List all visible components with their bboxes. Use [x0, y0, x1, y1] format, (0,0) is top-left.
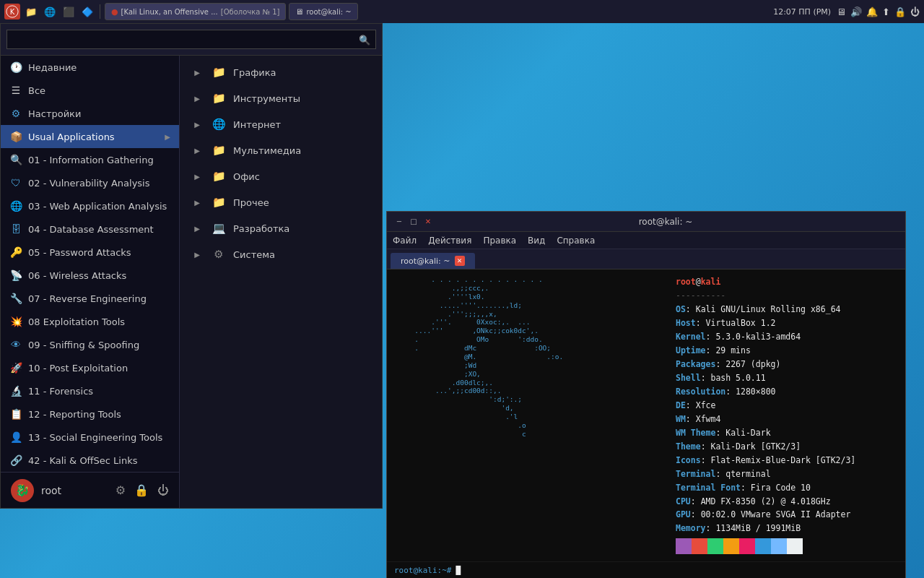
terminal-icon[interactable]: ⬛: [61, 4, 77, 20]
submenu-item-tools[interactable]: ▶ 📁 Инструменты: [180, 85, 382, 111]
terminal-menu-actions[interactable]: Действия: [428, 236, 471, 246]
info-terminal-font: Terminal Font: Fira Code 10: [676, 481, 898, 495]
menu-item-vuln[interactable]: 🛡 02 - Vulnerability Analysis: [1, 171, 179, 194]
swatch-green: [707, 538, 723, 554]
menu-item-social[interactable]: 👤 13 - Social Engineering Tools: [1, 426, 179, 449]
exploit-icon: 💥: [9, 315, 22, 328]
svg-text:K: K: [10, 8, 15, 16]
notification-icon[interactable]: 🔔: [866, 7, 878, 17]
menu-item-webapp-label: 03 - Web Application Analysis: [28, 201, 167, 212]
terminal-ascii-art: . . . . . . . . . . . . . . .,;;ccc,. .'…: [387, 269, 668, 561]
info-resolution: Resolution: 924×578: [676, 385, 898, 399]
info-user: root: [676, 277, 696, 287]
info-host: Host: VirtualBox 1.2: [676, 316, 898, 330]
terminal-window: − □ ✕ root@kali: ~ Файл Действия Правка …: [386, 211, 906, 578]
browser-icon[interactable]: 🌐: [42, 4, 58, 20]
monitor-icon[interactable]: 🖥: [837, 7, 846, 17]
menu-item-sniff[interactable]: 👁 09 - Sniffing & Spoofing: [1, 333, 179, 356]
submenu-arrow-other: ▶: [190, 195, 204, 210]
menu-item-reverse[interactable]: 🔧 07 - Reverse Engineering: [1, 287, 179, 310]
menu-item-pass[interactable]: 🔑 05 - Password Attacks: [1, 241, 179, 264]
taskbar-term-icon: 🖥: [295, 7, 303, 17]
menu-item-settings[interactable]: ⚙ Настройки: [1, 102, 179, 125]
terminal-menu-view[interactable]: Вид: [528, 236, 545, 246]
taskbar: K 📁 🌐 ⬛ 🔷 ● [Kali Linux, an Offensive ..…: [0, 0, 924, 23]
swatch-blue: [755, 538, 771, 554]
menu-item-recent[interactable]: 🕐 Недавние: [1, 56, 179, 79]
taskbar-btn-terminal[interactable]: 🖥 root@kali: ~: [289, 3, 357, 20]
user-lock-icon[interactable]: 🔒: [134, 483, 149, 497]
lock-icon[interactable]: 🔒: [894, 7, 906, 17]
color-palette: [676, 538, 898, 554]
submenu-arrow-system: ▶: [190, 247, 204, 262]
terminal-info: root@kali ---------- OS: Kali GNU/Linux …: [668, 269, 905, 561]
user-power-icon[interactable]: ⏻: [157, 483, 169, 497]
taskbar-term-label: root@kali: ~: [306, 8, 351, 16]
submenu-arrow-media: ▶: [190, 143, 204, 158]
internet-icon: 🌐: [212, 117, 226, 131]
menu-item-exploit-label: 08 Exploitation Tools: [28, 316, 125, 327]
terminal-maximize-btn[interactable]: □: [409, 217, 419, 227]
db-icon: 🗄: [9, 223, 22, 236]
info-icon: 🔍: [9, 153, 22, 166]
store-icon[interactable]: 🔷: [79, 4, 95, 20]
info-wm-theme: WM Theme: Kali-Dark: [676, 426, 898, 440]
submenu-item-other[interactable]: ▶ 📁 Прочее: [180, 189, 382, 215]
info-cpu: CPU: AMD FX-8350 (2) @ 4.018GHz: [676, 495, 898, 509]
network-icon[interactable]: ⬆: [882, 7, 890, 17]
taskbar-kali-sub: [Оболочка № 1]: [221, 8, 280, 16]
terminal-tab-1[interactable]: root@kali: ~ ✕: [391, 253, 475, 269]
swatch-pink: [739, 538, 755, 554]
kali-icon: 🔗: [9, 454, 22, 467]
menu-item-exploit[interactable]: 💥 08 Exploitation Tools: [1, 310, 179, 333]
submenu-item-internet[interactable]: ▶ 🌐 Интернет: [180, 111, 382, 137]
submenu-arrow-internet: ▶: [190, 117, 204, 131]
info-shell: Shell: bash 5.0.11: [676, 371, 898, 385]
menu-item-wireless[interactable]: 📡 06 - Wireless Attacks: [1, 264, 179, 287]
terminal-menu-file[interactable]: Файл: [393, 236, 417, 246]
power-icon[interactable]: ⏻: [910, 7, 920, 17]
submenu-item-office[interactable]: ▶ 📁 Офис: [180, 163, 382, 189]
terminal-menu-edit[interactable]: Правка: [483, 236, 516, 246]
terminal-minimize-btn[interactable]: −: [394, 217, 404, 227]
terminal-close-btn[interactable]: ✕: [423, 217, 433, 227]
taskbar-btn-kali[interactable]: ● [Kali Linux, an Offensive ... [Оболочк…: [105, 3, 286, 20]
menu-item-info-label: 01 - Information Gathering: [28, 155, 154, 165]
submenu-internet-label: Интернет: [233, 119, 281, 130]
menu-item-reporting-label: 12 - Reporting Tools: [28, 409, 121, 420]
menu-item-db[interactable]: 🗄 04 - Database Assessment: [1, 217, 179, 241]
submenu-item-media[interactable]: ▶ 📁 Мультимедиа: [180, 137, 382, 163]
volume-icon[interactable]: 🔊: [850, 7, 862, 17]
menu-item-reporting[interactable]: 📋 12 - Reporting Tools: [1, 402, 179, 426]
menu-item-info[interactable]: 🔍 01 - Information Gathering: [1, 148, 179, 171]
menu-item-forensics[interactable]: 🔬 11 - Forensics: [1, 379, 179, 402]
kali-menu-icon[interactable]: K: [4, 4, 20, 20]
search-bar: 🔍: [1, 24, 382, 56]
submenu-arrow-office: ▶: [190, 169, 204, 184]
user-settings-icon[interactable]: ⚙: [116, 483, 126, 497]
search-input[interactable]: [6, 30, 376, 49]
submenu-item-dev[interactable]: ▶ 💻 Разработка: [180, 215, 382, 241]
submenu-item-graphics[interactable]: ▶ 📁 Графика: [180, 59, 382, 85]
files-icon[interactable]: 📁: [23, 4, 39, 20]
terminal-tab-label: root@kali: ~: [401, 256, 450, 266]
prompt-cursor: █: [456, 566, 461, 575]
desktop: 🔍 🕐 Недавние ☰ Все ⚙ Настройки: [0, 23, 924, 578]
menu-item-all[interactable]: ☰ Все: [1, 79, 179, 102]
menu-item-postexploit[interactable]: 🚀 10 - Post Exploitation: [1, 356, 179, 379]
right-panel: ▶ 📁 Графика ▶ 📁 Инструменты ▶ 🌐 Интернет…: [180, 56, 382, 508]
swatch-orange: [723, 538, 739, 554]
terminal-prompt[interactable]: root@kali:~# █: [387, 561, 905, 578]
terminal-menu-help[interactable]: Справка: [557, 236, 595, 246]
submenu-arrow-dev: ▶: [190, 221, 204, 236]
menu-item-postexploit-label: 10 - Post Exploitation: [28, 363, 128, 374]
settings-icon: ⚙: [9, 107, 22, 120]
graphics-folder-icon: 📁: [212, 65, 226, 79]
menu-item-kali[interactable]: 🔗 42 - Kali & OffSec Links: [1, 449, 179, 472]
menu-item-webapp[interactable]: 🌐 03 - Web Application Analysis: [1, 194, 179, 217]
menu-item-usual[interactable]: 📦 Usual Applications ▶: [1, 125, 179, 148]
submenu-item-system[interactable]: ▶ ⚙ Система: [180, 241, 382, 267]
terminal-tab-close[interactable]: ✕: [455, 256, 465, 266]
terminal-body: . . . . . . . . . . . . . . .,;;ccc,. .'…: [387, 269, 905, 561]
taskbar-time: 12:07 ПП (РМ): [773, 7, 831, 17]
